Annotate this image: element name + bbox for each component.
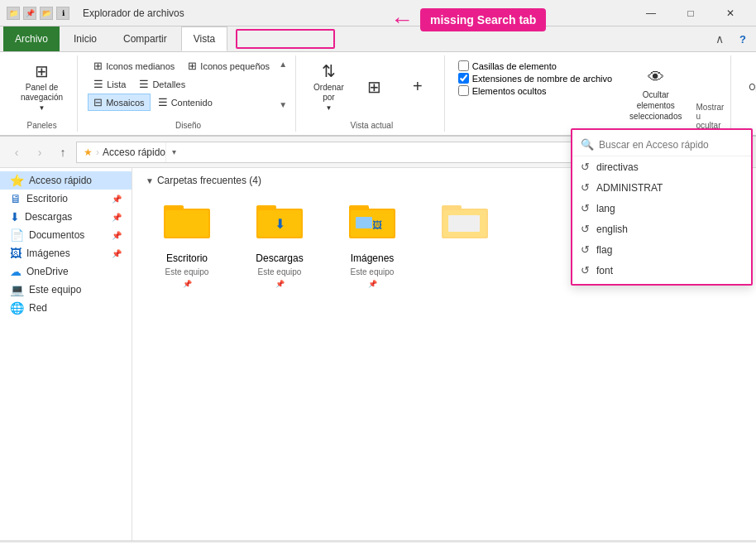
detalles-btn[interactable]: ☰ Detalles — [133, 75, 191, 93]
diseño-label: Diseño — [175, 118, 201, 130]
contenido-btn[interactable]: ☰ Contenido — [152, 94, 218, 111]
window-controls: — □ ✕ — [632, 0, 749, 26]
collapse-arrow[interactable]: ▼ — [146, 176, 154, 185]
sidebar-item-onedrive[interactable]: ☁ OneDrive — [0, 262, 132, 281]
file-item-imagenes[interactable]: 🖼 Imágenes Este equipo 📌 — [331, 196, 414, 292]
minimize-button[interactable]: — — [632, 0, 670, 26]
address-dropdown-btn[interactable]: ▾ — [165, 142, 182, 162]
recent-label: font — [596, 265, 613, 276]
close-button[interactable]: ✕ — [711, 0, 749, 26]
sidebar-item-red[interactable]: 🌐 Red — [0, 299, 132, 317]
sidebar-item-este-equipo[interactable]: 💻 Este equipo — [0, 281, 132, 299]
agregar-col-btn[interactable]: + — [398, 73, 438, 100]
contenido-icon: ☰ — [158, 96, 168, 108]
history-icon: ↺ — [581, 202, 590, 214]
diseño-scroll-up[interactable]: ▲ — [277, 58, 289, 70]
recent-item-administrat[interactable]: ↺ ADMINISTRAT — [572, 177, 751, 198]
lista-icon: ☰ — [93, 78, 103, 90]
file-sub: Este equipo — [165, 267, 209, 276]
sidebar-item-label: Descargas — [25, 211, 72, 223]
file-item-escritorio[interactable]: Escritorio Este equipo 📌 — [146, 196, 228, 292]
help-btn[interactable]: ? — [733, 29, 753, 49]
svg-rect-10 — [356, 217, 372, 228]
file-name: Descargas — [256, 252, 303, 264]
panel-icon: ⊞ — [35, 61, 49, 81]
casillas-checkbox[interactable] — [458, 60, 469, 71]
history-icon: ↺ — [581, 223, 590, 235]
mosaicos-icon: ⊟ — [93, 96, 103, 108]
history-icon: ↺ — [581, 264, 590, 276]
recent-item-lang[interactable]: ↺ lang — [572, 198, 751, 219]
up-button[interactable]: ↑ — [53, 142, 73, 162]
detalles-icon: ☰ — [139, 78, 149, 90]
ocultar-btn[interactable]: 👁 Ocultar elementosseleccionados — [622, 62, 689, 126]
ordenar-dropdown: ▼ — [325, 104, 332, 112]
iconos-pequenos-label: Iconos pequeños — [200, 61, 270, 71]
file-item-descargas[interactable]: ⬇ Descargas Este equipo 📌 — [238, 196, 321, 292]
sidebar-item-label: Imágenes — [26, 247, 70, 259]
search-input-box: 🔍 — [572, 133, 751, 156]
recent-item-directivas[interactable]: ↺ directivas — [572, 156, 751, 177]
recent-item-english[interactable]: ↺ english — [572, 219, 751, 239]
iconos-pequenos-btn[interactable]: ⊞ Iconos pequeños — [182, 57, 275, 74]
red-icon: 🌐 — [10, 301, 24, 315]
panel-btn-label: Panel denavegación — [21, 83, 63, 103]
folder-icon — [164, 200, 210, 249]
casillas-item: Casillas de elemento — [458, 60, 612, 71]
address-path: Acceso rápido — [103, 147, 165, 158]
tab-archivo[interactable]: Archivo — [3, 26, 60, 51]
imagenes-icon: 🖼 — [10, 247, 22, 260]
vista-actual-label: Vista actual — [351, 118, 394, 130]
sidebar-item-acceso-rapido[interactable]: ⭐ Acceso rápido — [0, 171, 132, 190]
panel-navegacion-button[interactable]: ⊞ Panel denavegación ▼ — [13, 57, 70, 116]
tab-vista[interactable]: Vista — [181, 26, 227, 51]
search-input[interactable] — [599, 139, 743, 151]
sidebar-item-imagenes[interactable]: 🖼 Imágenes 📌 — [0, 244, 132, 262]
extensiones-checkbox[interactable] — [458, 73, 469, 84]
ocultos-item: Elementos ocultos — [458, 85, 612, 96]
extensiones-item: Extensiones de nombre de archivo — [458, 73, 612, 84]
onedrive-icon: ☁ — [10, 265, 22, 278]
agrupar-btn[interactable]: ⊞ — [355, 73, 395, 101]
ribbon-group-opciones: ⚙ Opciones ▼ — [734, 55, 756, 132]
mostrar-label: Mostrar u ocultar — [696, 99, 724, 130]
sidebar-item-documentos[interactable]: 📄 Documentos 📌 — [0, 226, 132, 244]
pin-icon: 📌 — [112, 249, 122, 258]
opciones-btn[interactable]: ⚙ Opciones ▼ — [741, 57, 756, 105]
sidebar-item-escritorio[interactable]: 🖥 Escritorio 📌 — [0, 190, 132, 208]
maximize-button[interactable]: □ — [672, 0, 710, 26]
ribbon-expand-btn[interactable]: ∧ — [710, 29, 730, 49]
properties-icon: ℹ — [56, 7, 69, 20]
lista-btn[interactable]: ☰ Lista — [88, 75, 132, 93]
pin-icon: 📌 — [112, 231, 122, 240]
star-icon: ★ — [84, 147, 93, 158]
panel-dropdown-icon: ▼ — [39, 104, 45, 112]
tab-compartir[interactable]: Compartir — [111, 26, 179, 51]
missing-search-tab[interactable] — [236, 29, 335, 49]
extensiones-label: Extensiones de nombre de archivo — [472, 74, 612, 84]
ocultos-label: Elementos ocultos — [472, 86, 547, 96]
quick-access-icon: 📌 — [23, 7, 36, 20]
mosaicos-btn[interactable]: ⊟ Mosaicos — [88, 94, 150, 111]
ordenar-por-btn[interactable]: ⇅ Ordenarpor ▼ — [306, 57, 352, 116]
ribbon-group-vista-actual: ⇅ Ordenarpor ▼ ⊞ + Vista actual — [299, 55, 445, 132]
back-button[interactable]: ‹ — [7, 142, 26, 162]
file-item-fourth[interactable] — [423, 196, 506, 292]
forward-button[interactable]: › — [30, 142, 50, 162]
escritorio-icon: 🖥 — [10, 192, 22, 205]
diseño-scroll-down[interactable]: ▼ — [277, 99, 289, 111]
svg-text:🖼: 🖼 — [372, 219, 382, 231]
ocultos-checkbox[interactable] — [458, 85, 469, 96]
sidebar-item-label: OneDrive — [26, 266, 69, 277]
address-separator: › — [96, 147, 99, 158]
recent-item-flag[interactable]: ↺ flag — [572, 239, 751, 260]
documentos-icon: 📄 — [10, 228, 24, 242]
sidebar-item-descargas[interactable]: ⬇ Descargas 📌 — [0, 208, 132, 226]
tab-inicio[interactable]: Inicio — [61, 26, 109, 51]
agrupar-icon: ⊞ — [367, 77, 381, 97]
recent-item-font[interactable]: ↺ font — [572, 260, 751, 281]
ribbon-group-mostrar: Casillas de elemento Extensiones de nomb… — [448, 55, 732, 132]
agregar-col-icon: + — [413, 77, 423, 96]
iconos-medianos-btn[interactable]: ⊞ Iconos medianos — [88, 57, 180, 74]
diseño-row-2: ☰ Lista ☰ Detalles — [88, 75, 275, 93]
